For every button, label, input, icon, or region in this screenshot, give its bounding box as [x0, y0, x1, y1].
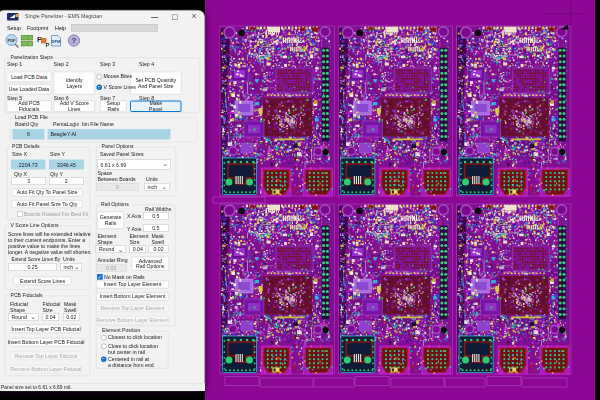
svg-text:DFM: DFM [51, 39, 61, 44]
svg-text:?: ? [72, 36, 77, 45]
svg-text:PDF: PDF [8, 38, 17, 43]
svg-text:P: P [46, 42, 50, 48]
